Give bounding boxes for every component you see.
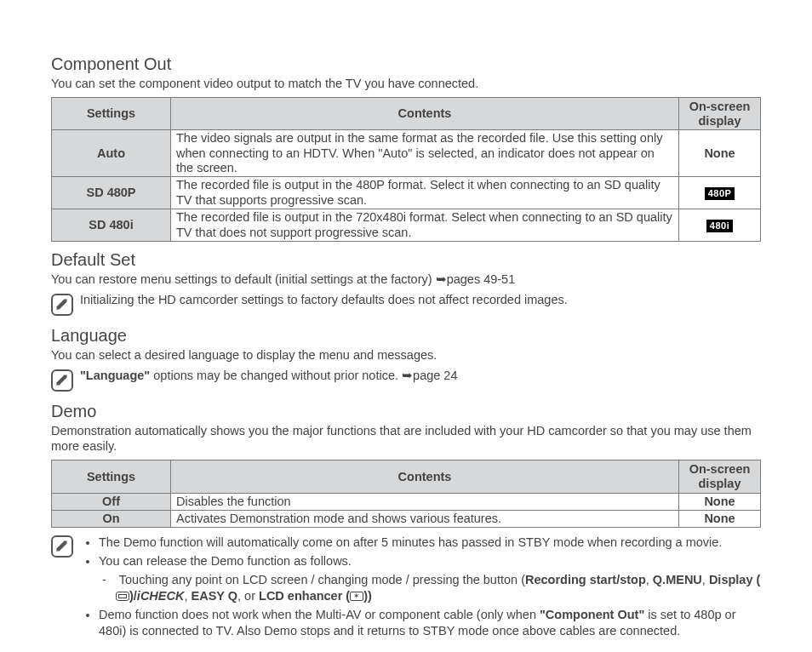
cell-content: The video signals are output in the same… xyxy=(171,130,679,177)
th-contents: Contents xyxy=(171,460,679,493)
note-default-set: Initializing the HD camcorder settings t… xyxy=(51,293,761,316)
table-row: On Activates Demonstration mode and show… xyxy=(52,511,761,528)
cell-setting: Auto xyxy=(52,130,171,177)
cell-content: Disables the function xyxy=(171,493,679,510)
cell-setting: On xyxy=(52,511,171,528)
bold-span: )) xyxy=(363,589,372,603)
table-row: Auto The video signals are output in the… xyxy=(52,130,761,177)
th-contents: Contents xyxy=(171,97,679,129)
intro-text: You can restore menu settings to default… xyxy=(51,272,436,286)
section-default-set: Default Set You can restore menu setting… xyxy=(51,250,761,316)
note-bold: "Language" xyxy=(80,369,150,382)
cell-setting: SD 480P xyxy=(52,177,171,209)
bold-span: "Component Out" xyxy=(540,608,644,621)
cell-osd: None xyxy=(679,130,761,177)
text-span: Touching any point on LCD screen / chang… xyxy=(119,573,525,586)
bold-span: )/ xyxy=(129,589,137,603)
note-icon xyxy=(51,369,73,392)
table-header-row: Settings Contents On-screen display xyxy=(52,460,761,493)
heading-demo: Demo xyxy=(51,402,761,421)
cell-osd: None xyxy=(679,493,761,510)
heading-language: Language xyxy=(51,326,761,346)
cell-content: The recorded file is output in the 480P … xyxy=(171,177,679,209)
bold-span: EASY Q xyxy=(192,589,238,603)
osd-badge-480p: 480P xyxy=(705,187,735,200)
intro-demo: Demonstration automatically shows you th… xyxy=(51,423,761,455)
cell-content: The recorded file is output in the 720x4… xyxy=(171,209,679,242)
cell-osd: 480i xyxy=(679,209,761,242)
intro-language: You can select a desired language to dis… xyxy=(51,347,761,363)
note-text: Initializing the HD camcorder settings t… xyxy=(80,293,568,306)
cell-osd: 480P xyxy=(679,177,761,209)
text-span: Demo function does not work when the Mul… xyxy=(99,608,540,621)
cell-setting: Off xyxy=(52,493,171,510)
table-row: Off Disables the function None xyxy=(52,493,761,510)
heading-default-set: Default Set xyxy=(51,250,761,270)
cell-setting: SD 480i xyxy=(52,209,171,242)
lcd-enhancer-icon xyxy=(350,592,363,601)
heading-component-out: Component Out xyxy=(51,54,761,74)
italic-span: iCHECK xyxy=(137,589,185,603)
table-row: SD 480P The recorded file is output in t… xyxy=(52,177,761,209)
table-header-row: Settings Contents On-screen display xyxy=(52,97,761,129)
list-text: You can release the Demo function as fol… xyxy=(99,554,352,568)
note-text: "Language" options may be changed withou… xyxy=(80,369,457,382)
bold-span: Recording start/stop xyxy=(525,573,646,586)
th-settings: Settings xyxy=(52,460,171,493)
bold-span: LCD enhancer ( xyxy=(259,589,350,603)
intro-component-out: You can set the component video output t… xyxy=(51,76,761,92)
osd-badge-480i: 480i xyxy=(706,220,733,232)
table-demo: Settings Contents On-screen display Off … xyxy=(51,460,761,528)
cell-content: Activates Demonstration mode and shows v… xyxy=(171,511,679,528)
th-osd: On-screen display xyxy=(679,97,761,129)
note-list-demo: The Demo function will automatically com… xyxy=(80,535,761,641)
cell-osd: None xyxy=(679,511,761,528)
table-component-out: Settings Contents On-screen display Auto… xyxy=(51,97,761,242)
th-osd: On-screen display xyxy=(679,460,761,493)
note-demo: The Demo function will automatically com… xyxy=(51,535,761,641)
note-icon xyxy=(51,535,73,558)
bold-span: Q.MENU xyxy=(653,573,702,586)
list-item: The Demo function will automatically com… xyxy=(99,535,761,552)
section-demo: Demo Demonstration automatically shows y… xyxy=(51,402,761,642)
list-item: Demo function does not work when the Mul… xyxy=(99,607,761,640)
bold-span: Display ( xyxy=(709,573,760,586)
th-settings: Settings xyxy=(52,97,171,129)
text-span: , or xyxy=(237,589,259,603)
list-item: You can release the Demo function as fol… xyxy=(99,553,761,605)
note-language: "Language" options may be changed withou… xyxy=(51,369,761,392)
note-rest: options may be changed without prior not… xyxy=(150,369,402,382)
page-ref: ➥pages 49-51 xyxy=(436,272,516,286)
section-component-out: Component Out You can set the component … xyxy=(51,54,761,242)
section-language: Language You can select a desired langua… xyxy=(51,326,761,392)
display-icon xyxy=(116,592,129,601)
list-item: Touching any point on LCD screen / chang… xyxy=(116,572,761,605)
intro-default-set: You can restore menu settings to default… xyxy=(51,272,761,288)
table-row: SD 480i The recorded file is output in t… xyxy=(52,209,761,242)
note-icon xyxy=(51,294,73,316)
page-ref: ➥page 24 xyxy=(402,369,457,382)
